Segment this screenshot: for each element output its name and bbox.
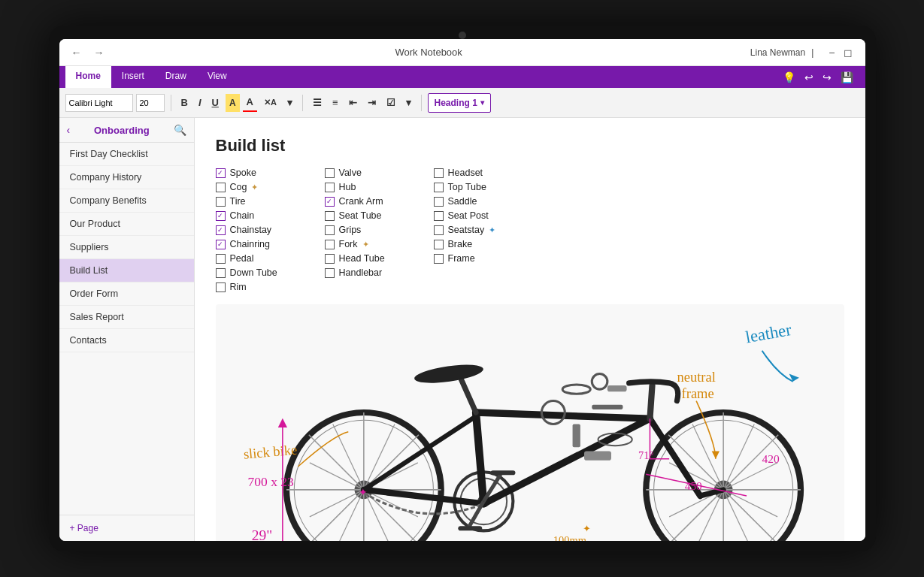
font-color-button[interactable]: A [243,94,257,112]
lightbulb-icon: 💡 [783,71,795,83]
bike-background: leather neutral frame slick bike [216,304,844,541]
checkbox-frame[interactable] [434,254,444,264]
check-seat-post: Seat Post [434,210,543,221]
checklist-container: Spoke Cog ✦ Tire Chai [216,168,844,292]
sidebar-item-first-day[interactable]: First Day Checklist [59,143,194,166]
checkbox-cog[interactable] [216,183,226,192]
italic-button[interactable]: I [195,94,205,112]
sidebar-item-suppliers[interactable]: Suppliers [59,236,194,259]
toolbar-sep-3 [421,95,422,111]
sidebar-item-build-list[interactable]: Build List [59,259,194,282]
checkbox-chainstay[interactable] [216,225,226,235]
restore-button[interactable]: ◻ [841,45,856,60]
font-selector[interactable] [65,94,133,112]
indent-more-button[interactable]: ⇥ [364,94,380,112]
check-grips: Grips [325,225,434,235]
svg-text:700 x 23: 700 x 23 [247,474,293,489]
checklist-col-1: Spoke Cog ✦ Tire Chai [216,168,325,292]
sidebar-item-order-form[interactable]: Order Form [59,282,194,306]
window-title: Work Notebook [395,47,462,58]
checkbox-seat-tube[interactable] [325,211,335,221]
clear-format-button[interactable]: ✕A [260,94,280,112]
sidebar-item-contacts[interactable]: Contacts [59,329,194,352]
font-size[interactable] [136,94,165,112]
checkbox-tire[interactable] [216,197,226,207]
checkbox-down-tube[interactable] [216,268,226,278]
back-button[interactable]: ← [68,45,85,60]
checkbox-valve[interactable] [325,168,335,178]
svg-text:100mm: 100mm [553,534,586,541]
check-headset: Headset [434,168,543,178]
checkbox-brake[interactable] [434,240,444,249]
redo-icon[interactable]: ↪ [823,71,832,83]
underline-button[interactable]: U [208,94,223,112]
checkbox-chainring[interactable] [216,240,226,249]
checkbox-hub[interactable] [325,183,335,192]
title-right: Lina Newman | − ◻ [750,45,856,60]
checkbox-head-tube[interactable] [325,254,335,264]
more-button[interactable]: ▾ [402,94,415,112]
check-pedal: Pedal [216,253,325,264]
checkbox-grips[interactable] [325,225,335,235]
check-head-tube: Head Tube [325,253,434,264]
bike-area: leather neutral frame slick bike [216,304,844,541]
sidebar-item-sales-report[interactable]: Sales Report [59,306,194,329]
minimize-button[interactable]: − [826,45,838,60]
sidebar-item-company-history[interactable]: Company History [59,166,194,189]
undo-icon[interactable]: ↩ [804,71,813,83]
forward-button[interactable]: → [91,45,108,60]
indent-less-button[interactable]: ⇤ [345,94,361,112]
sidebar-item-our-product[interactable]: Our Product [59,213,194,236]
svg-text:✦: ✦ [582,523,590,534]
tab-draw[interactable]: Draw [155,66,197,88]
checkbox-button[interactable]: ☑ [383,94,399,112]
style-label: Heading 1 [435,98,477,108]
checkbox-crank-arm[interactable] [325,197,335,207]
check-tire: Tire [216,196,325,207]
ribbon-tabs: Home Insert Draw View 💡 ↩ ↪ 💾 [59,66,865,88]
camera [459,32,466,39]
sidebar-item-company-benefits[interactable]: Company Benefits [59,189,194,213]
svg-text:450: 450 [684,479,701,492]
user-name: Lina Newman [750,47,805,58]
tab-insert[interactable]: Insert [111,66,155,88]
checkbox-saddle[interactable] [434,197,444,207]
tab-view[interactable]: View [197,66,238,88]
checkbox-seatstay[interactable] [434,225,444,235]
svg-text:frame: frame [681,386,713,401]
star-cog-icon: ✦ [251,183,258,192]
bold-button[interactable]: B [177,94,192,112]
star-seatstay-icon: ✦ [489,225,495,235]
checkbox-headset[interactable] [434,168,444,178]
check-chainstay: Chainstay [216,225,325,235]
numbers-button[interactable]: ≡ [329,94,342,112]
svg-text:✦: ✦ [358,486,367,498]
toolbar: B I U A A ✕A ▾ ☰ ≡ ⇤ ⇥ ☑ ▾ Heading 1 ▾ [59,88,865,118]
checkbox-top-tube[interactable] [434,183,444,192]
check-valve: Valve [325,168,434,178]
checkbox-rim[interactable] [216,282,226,292]
save-icon[interactable]: 💾 [841,71,853,83]
add-page-button[interactable]: + Page [59,515,194,541]
check-chain: Chain [216,210,325,221]
highlight-button[interactable]: A [226,94,240,112]
checkbox-pedal[interactable] [216,254,226,264]
checkbox-handlebar[interactable] [325,268,335,278]
check-saddle: Saddle [434,196,543,207]
divider: | [811,47,813,58]
svg-text:neutral: neutral [677,370,715,385]
device-frame: ← → Work Notebook Lina Newman | − ◻ Home… [49,26,876,551]
tab-home[interactable]: Home [65,66,111,88]
check-rim: Rim [216,282,325,292]
format-dropdown[interactable]: ▾ [283,94,296,112]
checkbox-spoke[interactable] [216,168,226,178]
checkbox-chain[interactable] [216,211,226,221]
sidebar-back-icon[interactable]: ‹ [67,124,71,136]
bullets-button[interactable]: ☰ [309,94,326,112]
title-bar-nav: ← → [68,45,108,60]
checkbox-fork[interactable] [325,240,335,249]
svg-line-35 [650,385,652,418]
sidebar-search-icon[interactable]: 🔍 [174,124,186,136]
checkbox-seat-post[interactable] [434,211,444,221]
style-selector[interactable]: Heading 1 ▾ [428,93,491,113]
